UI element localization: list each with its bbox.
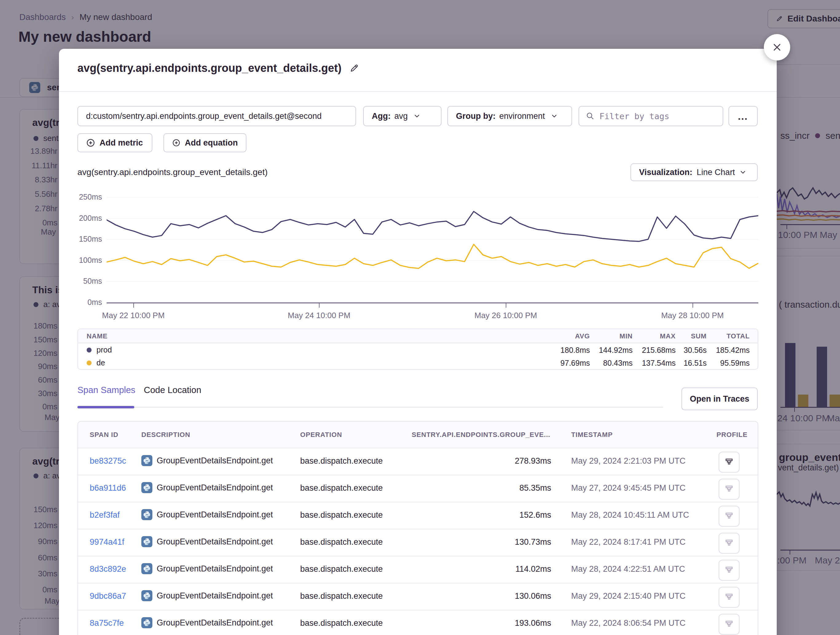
profile-button[interactable]: [718, 533, 739, 554]
summary-col-sum: SUM: [677, 332, 707, 340]
tab-code-location[interactable]: Code Location: [144, 385, 201, 395]
series-line-prod: [107, 211, 758, 242]
col-profile: PROFILE: [717, 431, 747, 439]
x-axis-tick: [693, 303, 693, 308]
x-axis-line: [107, 303, 758, 303]
plus-circle-icon: [86, 138, 95, 147]
sum-value: 30.56s: [671, 346, 707, 355]
python-icon: [141, 617, 152, 628]
profile-button[interactable]: [718, 614, 739, 635]
flamegraph-icon: [725, 566, 734, 575]
description-text: GroupEventDetailsEndpoint.get: [157, 537, 273, 547]
y-axis-label: 250ms: [77, 192, 102, 202]
flamegraph-icon: [725, 539, 734, 548]
table-row: b2ef3faf GroupEventDetailsEndpoint.get b…: [78, 502, 758, 529]
add-equation-button[interactable]: Add equation: [163, 133, 246, 152]
summary-row-prod[interactable]: prod 180.8ms 144.92ms 215.68ms 30.56s 18…: [78, 343, 758, 356]
modal-title: avg(sentry.api.endpoints.group_event_det…: [77, 62, 342, 75]
aggregation-value: avg: [394, 112, 408, 121]
duration-cell: 193.06ms: [444, 618, 551, 628]
summary-col-min: MIN: [597, 332, 633, 340]
col-metric: SENTRY.API.ENDPOINTS.GROUP_EVE...: [412, 431, 550, 439]
x-axis-tick: [133, 303, 134, 308]
tab-span-samples[interactable]: Span Samples: [77, 385, 136, 395]
groupby-dropdown[interactable]: Group by: environment: [447, 106, 572, 126]
sum-value: 16.51s: [671, 359, 707, 367]
timestamp-cell: May 22, 2024 8:06:54 PM UTC: [571, 618, 685, 628]
operation-cell: base.dispatch.execute: [300, 564, 383, 574]
span-id-link[interactable]: b6a911d6: [90, 483, 126, 493]
visualization-value: Line Chart: [697, 168, 735, 177]
table-header-row: SPAN ID DESCRIPTION OPERATION SENTRY.API…: [78, 422, 758, 448]
description-cell: GroupEventDetailsEndpoint.get: [141, 563, 273, 574]
profile-button[interactable]: [718, 506, 739, 526]
total-value: 185.42ms: [714, 346, 750, 355]
legend-dot: [87, 361, 92, 366]
series-line-de: [107, 244, 758, 268]
operation-cell: base.dispatch.execute: [300, 483, 383, 493]
metric-details-modal: avg(sentry.api.endpoints.group_event_det…: [59, 49, 777, 635]
min-value: 144.92ms: [597, 346, 633, 355]
x-axis-label: May 28 10:00 PM: [656, 311, 729, 320]
plus-circle-icon: [172, 138, 181, 147]
span-id-link[interactable]: 8d3c892e: [90, 564, 126, 574]
close-modal-button[interactable]: [764, 34, 790, 60]
filter-placeholder: Filter by tags: [599, 112, 669, 121]
profile-button[interactable]: [718, 560, 739, 581]
add-metric-button[interactable]: Add metric: [77, 133, 152, 152]
flamegraph-icon: [725, 620, 734, 629]
python-icon: [141, 536, 152, 547]
x-axis-label: May 24 10:00 PM: [282, 311, 356, 320]
profile-button[interactable]: [718, 452, 739, 473]
summary-col-total: TOTAL: [714, 332, 750, 340]
max-value: 137.54ms: [640, 359, 676, 367]
min-value: 80.43ms: [597, 359, 633, 367]
duration-cell: 152.6ms: [444, 511, 551, 520]
aggregation-dropdown[interactable]: Agg: avg: [363, 106, 442, 126]
aggregation-label: Agg:: [372, 112, 390, 121]
span-id-link[interactable]: b2ef3faf: [90, 511, 120, 520]
python-icon: [141, 590, 152, 601]
summary-header-row: NAME AVG MIN MAX SUM TOTAL: [78, 329, 758, 343]
span-id-link[interactable]: 9974a41f: [90, 537, 125, 547]
description-cell: GroupEventDetailsEndpoint.get: [141, 590, 273, 601]
summary-row-de[interactable]: de 97.69ms 80.43ms 137.54ms 16.51s 95.59…: [78, 356, 758, 369]
y-axis-label: 200ms: [77, 214, 102, 223]
summary-col-name: NAME: [87, 332, 107, 340]
description-cell: GroupEventDetailsEndpoint.get: [141, 509, 273, 520]
table-row: be83275c GroupEventDetailsEndpoint.get b…: [78, 448, 758, 475]
python-icon: [141, 482, 152, 493]
span-id-link[interactable]: 8a75c7fe: [90, 618, 124, 628]
timestamp-cell: May 27, 2024 9:45:45 PM UTC: [571, 483, 685, 493]
modal-header-divider: [59, 91, 777, 92]
metric-query-input[interactable]: [78, 112, 355, 121]
series-name: prod: [96, 345, 112, 355]
flamegraph-icon: [725, 592, 734, 602]
span-id-link[interactable]: be83275c: [90, 456, 126, 466]
operation-cell: base.dispatch.execute: [300, 511, 383, 520]
active-tab-indicator: [77, 406, 134, 408]
edit-title-pencil-icon[interactable]: [350, 63, 359, 73]
more-options-button[interactable]: …: [728, 106, 758, 126]
filter-by-tags-field[interactable]: Filter by tags: [578, 106, 723, 126]
visualization-label: Visualization:: [639, 168, 693, 177]
operation-cell: base.dispatch.execute: [300, 537, 383, 547]
table-body: be83275c GroupEventDetailsEndpoint.get b…: [78, 448, 758, 635]
span-id-link[interactable]: 9dbc86a7: [90, 591, 126, 601]
flamegraph-icon: [725, 512, 734, 521]
groupby-value: environment: [499, 112, 545, 121]
y-axis-label: 0ms: [77, 298, 102, 307]
profile-button[interactable]: [718, 479, 739, 499]
description-cell: GroupEventDetailsEndpoint.get: [141, 482, 273, 493]
open-in-traces-button[interactable]: Open in Traces: [682, 388, 758, 410]
series-summary-table: NAME AVG MIN MAX SUM TOTAL prod 180.8ms …: [77, 329, 758, 370]
modal-header: avg(sentry.api.endpoints.group_event_det…: [77, 62, 359, 75]
line-chart[interactable]: 0ms50ms100ms150ms200ms250msMay 22 10:00 …: [77, 191, 758, 319]
visualization-dropdown[interactable]: Visualization: Line Chart: [630, 163, 758, 181]
chevron-down-icon: [739, 169, 747, 176]
close-icon: [772, 43, 782, 52]
profile-button[interactable]: [718, 587, 739, 608]
total-value: 95.59ms: [714, 359, 750, 367]
chart-series: [107, 191, 758, 303]
table-row: b6a911d6 GroupEventDetailsEndpoint.get b…: [78, 475, 758, 502]
